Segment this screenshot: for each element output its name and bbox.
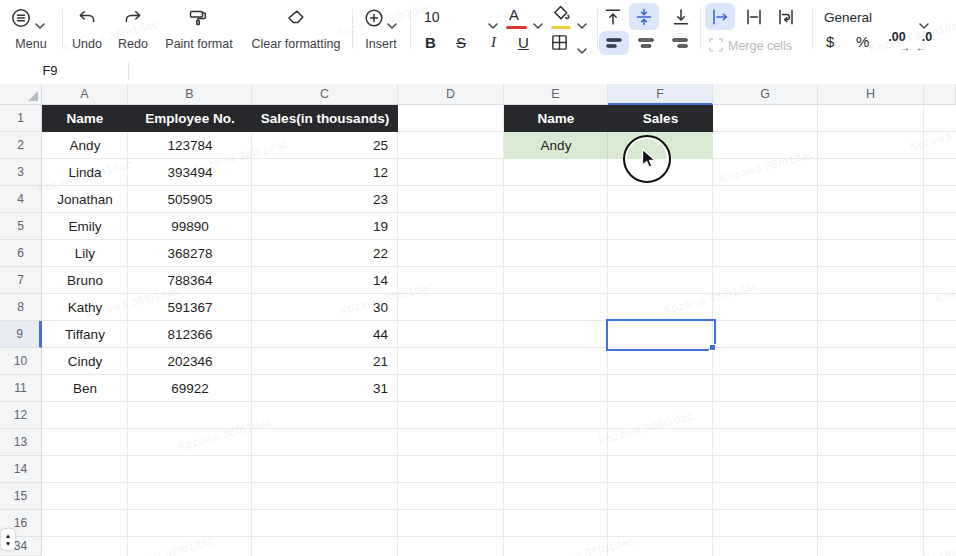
cell-B5[interactable]: 99890 — [128, 213, 252, 240]
menu-button[interactable]: Menu — [4, 36, 58, 52]
insert-icon[interactable] — [364, 8, 384, 32]
row-header-10[interactable]: 10 — [0, 348, 42, 375]
align-right-icon[interactable] — [671, 34, 689, 56]
cell-A3[interactable]: Linda — [42, 159, 128, 186]
font-size-chevron-icon[interactable] — [488, 15, 498, 33]
vertical-align-middle-button[interactable] — [629, 3, 659, 30]
row-header-4[interactable]: 4 — [0, 186, 42, 213]
cell-B11[interactable]: 69922 — [128, 375, 252, 402]
merge-cells-icon[interactable] — [708, 37, 724, 57]
row-header-8[interactable]: 8 — [0, 294, 42, 321]
increase-decimal-button[interactable]: .00 → — [884, 32, 910, 52]
text-clip-icon[interactable] — [744, 7, 764, 31]
name-box[interactable]: F9 — [0, 58, 100, 84]
row-header-7[interactable]: 7 — [0, 267, 42, 294]
cell-A6[interactable]: Lily — [42, 240, 128, 267]
row-header-2[interactable]: 2 — [0, 132, 42, 159]
row-header-13[interactable]: 13 — [0, 429, 42, 456]
column-header-D[interactable]: D — [398, 84, 504, 105]
decrease-decimal-button[interactable]: .0 ← — [916, 32, 938, 52]
cell-C7[interactable]: 14 — [252, 267, 398, 294]
row-header-12[interactable]: 12 — [0, 402, 42, 429]
clear-formatting-button[interactable]: Clear formatting — [244, 36, 348, 52]
cell-B9[interactable]: 812366 — [128, 321, 252, 348]
row-header-14[interactable]: 14 — [0, 456, 42, 483]
cell-F1[interactable]: Sales — [608, 105, 713, 132]
redo-icon[interactable] — [123, 8, 143, 32]
cell-A5[interactable]: Emily — [42, 213, 128, 240]
scroll-up-icon[interactable]: ▲ — [5, 532, 11, 540]
menu-icon[interactable] — [10, 7, 32, 33]
insert-chevron-icon[interactable] — [387, 15, 397, 33]
column-header-F[interactable]: F — [608, 84, 713, 105]
column-header-G[interactable]: G — [713, 84, 818, 105]
cell-A10[interactable]: Cindy — [42, 348, 128, 375]
column-header-A[interactable]: A — [42, 84, 128, 105]
cell-A8[interactable]: Kathy — [42, 294, 128, 321]
row-header-11[interactable]: 11 — [0, 375, 42, 402]
strikethrough-button[interactable]: S — [456, 34, 466, 51]
column-header-H[interactable]: H — [818, 84, 924, 105]
align-left-button[interactable] — [599, 31, 629, 55]
text-overflow-button[interactable] — [705, 3, 735, 30]
borders-chevron-icon[interactable] — [577, 40, 587, 58]
row-header-3[interactable]: 3 — [0, 159, 42, 186]
cell-C9[interactable]: 44 — [252, 321, 398, 348]
vertical-align-top-icon[interactable] — [603, 7, 623, 31]
row-header-9[interactable]: 9 — [0, 321, 42, 348]
cell-A2[interactable]: Andy — [42, 132, 128, 159]
cell-C3[interactable]: 12 — [252, 159, 398, 186]
number-format-dropdown[interactable]: General — [824, 10, 872, 25]
percent-format-button[interactable]: % — [856, 33, 869, 50]
cell-A9[interactable]: Tiffany — [42, 321, 128, 348]
cell-A1[interactable]: Name — [42, 105, 128, 132]
bold-button[interactable]: B — [425, 34, 436, 51]
cell-B4[interactable]: 505905 — [128, 186, 252, 213]
select-all-corner[interactable] — [0, 84, 42, 105]
row-header-5[interactable]: 5 — [0, 213, 42, 240]
cell-C11[interactable]: 31 — [252, 375, 398, 402]
fill-color-chevron-icon[interactable] — [577, 15, 587, 33]
row-scroll-arrows[interactable]: ▲ ▼ — [1, 529, 15, 550]
row-header-15[interactable]: 15 — [0, 483, 42, 510]
paint-format-icon[interactable] — [188, 8, 208, 32]
cell-B3[interactable]: 393494 — [128, 159, 252, 186]
cell-B1[interactable]: Employee No. — [128, 105, 252, 132]
cell-C1[interactable]: Sales(in thousands) — [252, 105, 398, 132]
borders-icon[interactable] — [550, 33, 569, 56]
menu-chevron-icon[interactable] — [35, 15, 45, 33]
currency-format-button[interactable]: $ — [826, 33, 834, 50]
vertical-align-bottom-icon[interactable] — [671, 7, 691, 31]
column-header-B[interactable]: B — [128, 84, 252, 105]
font-size-value[interactable]: 10 — [424, 9, 440, 25]
row-header-6[interactable]: 6 — [0, 240, 42, 267]
column-header-E[interactable]: E — [504, 84, 608, 105]
text-wrap-icon[interactable] — [776, 7, 796, 31]
cell-C10[interactable]: 21 — [252, 348, 398, 375]
cell-C5[interactable]: 19 — [252, 213, 398, 240]
clear-formatting-icon[interactable] — [285, 8, 305, 32]
cell-B8[interactable]: 591367 — [128, 294, 252, 321]
cell-A11[interactable]: Ben — [42, 375, 128, 402]
row-header-1[interactable]: 1 — [0, 105, 42, 132]
cell-B10[interactable]: 202346 — [128, 348, 252, 375]
italic-button[interactable]: I — [491, 34, 496, 51]
cell-C4[interactable]: 23 — [252, 186, 398, 213]
fill-color-icon[interactable] — [551, 5, 571, 27]
cell-A4[interactable]: Jonathan — [42, 186, 128, 213]
formula-input[interactable] — [136, 58, 946, 84]
undo-icon[interactable] — [77, 8, 97, 32]
cell-C2[interactable]: 25 — [252, 132, 398, 159]
cell-B6[interactable]: 368278 — [128, 240, 252, 267]
cell-B2[interactable]: 123784 — [128, 132, 252, 159]
redo-button[interactable]: Redo — [103, 36, 163, 52]
underline-button[interactable]: U — [518, 34, 529, 51]
align-center-icon[interactable] — [637, 34, 655, 56]
cell-E1[interactable]: Name — [504, 105, 608, 132]
cell-C8[interactable]: 30 — [252, 294, 398, 321]
fill-handle[interactable] — [709, 344, 716, 351]
font-color-button[interactable]: A — [509, 6, 519, 23]
paint-format-button[interactable]: Paint format — [159, 36, 239, 52]
font-color-chevron-icon[interactable] — [533, 15, 543, 33]
cell-B7[interactable]: 788364 — [128, 267, 252, 294]
